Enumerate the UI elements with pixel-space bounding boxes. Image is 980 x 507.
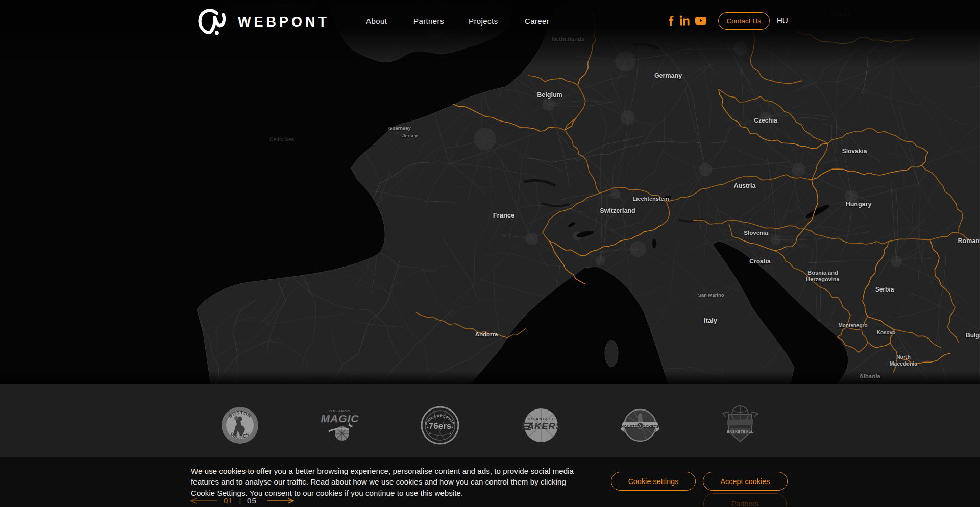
map-label: Slovakia [842,148,867,155]
map-label: Germany [654,72,682,79]
partner-logo-orlando-magic: ORLANDO MAGIC [320,405,360,446]
webpont-logo-icon [196,6,229,38]
partner-logo-los-angeles-lakers: LOS ANGELES LAKERS [520,405,560,446]
youtube-icon[interactable] [695,17,706,25]
cookie-message: We use cookies to offer you a better bro… [191,466,578,498]
map-label: Bosnia and [807,270,838,276]
nav-projects[interactable]: Projects [469,17,498,26]
previous-arrow-icon[interactable] [190,498,218,504]
accept-cookies-button[interactable]: Accept cookies [703,472,788,491]
map-label: Albania [859,373,880,379]
cookie-settings-button[interactable]: Cookie settings [611,472,696,491]
map-label: Serbia [875,286,894,293]
map-label: Kosovo [877,330,896,335]
map-label: Switzerland [600,207,635,214]
map-label: Croatia [749,258,771,265]
pagination-total: 05 [247,496,257,505]
map-label: San Marino [698,292,724,298]
partner-logo-houston-rockets: HOUSTON ROCKETS [620,405,660,446]
map-label: Jersey [402,133,418,138]
partner-logo-boston-celtics: BOSTON CELTICS [219,405,260,446]
magic-main-text: MAGIC [321,413,359,424]
brand-name: WEBPONT [238,14,330,30]
map-label: Herzegovina [806,276,840,282]
contact-us-button[interactable]: Contact Us [718,12,770,30]
map-label: Romania [958,237,980,245]
carousel-pagination: 01 | 05 [190,496,295,505]
site-header: WEBPONT About Partners Projects Career C… [0,0,980,43]
brand-logo[interactable]: WEBPONT [196,6,330,38]
nav-about[interactable]: About [366,17,387,26]
map-label: France [493,211,515,219]
map-label: Austria [733,182,756,189]
nav-career[interactable]: Career [525,17,549,26]
pagination-current: 01 [224,496,233,505]
map-label: Celtic Sea [270,137,294,142]
map-label: Guernsey [388,125,411,131]
map-label: Italy [704,317,718,324]
partner-logo-philadelphia-76ers: PHILADELPHIA 76ers [420,405,460,446]
map-label: Liechtenstein [633,196,669,202]
map-label: Slovenia [744,230,768,236]
shield-main-text: BASKETBALL [727,430,754,433]
map-label: Andorra [475,331,498,337]
language-switch[interactable]: HU [777,16,788,25]
map-label: Macedonia [890,360,917,367]
map-label: North [896,354,911,360]
map-label: Hungary [846,201,872,208]
next-arrow-icon[interactable] [266,498,295,504]
europe-map[interactable]: IrelandPolandNetherlandsGermanyBelgiumCz… [0,0,980,384]
map-label: Bulgaria [966,332,980,339]
map-label: Montenegro [838,323,867,328]
webpont-landing-page: IrelandPolandNetherlandsGermanyBelgiumCz… [0,0,980,507]
nav-partners[interactable]: Partners [413,17,444,26]
linkedin-icon[interactable] [679,15,690,26]
map-label: Czechia [754,117,777,124]
partner-logo-carousel: BOSTON CELTICS ORLANDO MAGIC PHILADELPHI… [0,405,980,446]
partner-logo-basketball-shield: BASKETBALL [720,405,761,446]
pagination-separator: | [239,497,241,504]
sixers-main-text: 76ers [429,421,451,431]
map-label: Belgium [537,91,562,99]
facebook-icon[interactable] [667,15,675,26]
